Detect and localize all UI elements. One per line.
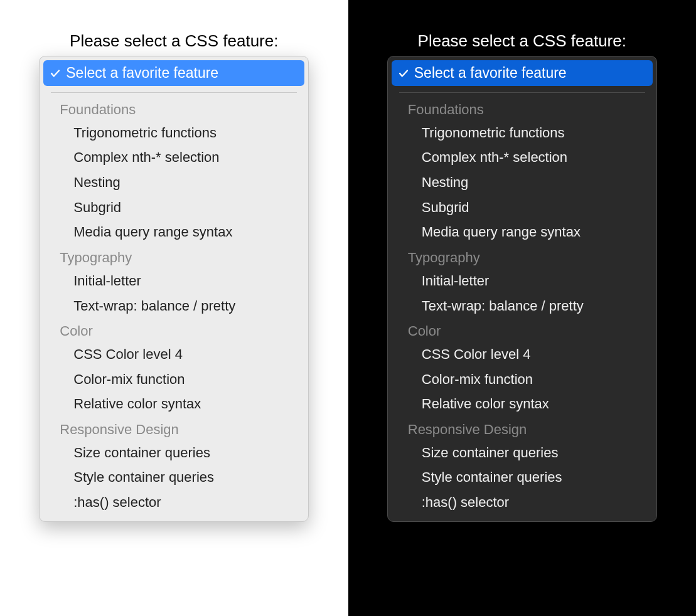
- check-icon: [50, 68, 61, 79]
- select-popup[interactable]: Select a favorite feature FoundationsTri…: [39, 56, 309, 522]
- optgroup-label: Color: [392, 318, 653, 342]
- option-item[interactable]: Subgrid: [392, 195, 653, 220]
- option-item[interactable]: Color-mix function: [43, 367, 304, 392]
- option-item[interactable]: :has() selector: [43, 490, 304, 515]
- optgroup-label: Color: [43, 318, 304, 342]
- option-item[interactable]: Relative color syntax: [43, 391, 304, 417]
- options-container: FoundationsTrigonometric functionsComple…: [43, 97, 304, 515]
- divider: [399, 92, 645, 93]
- selected-option-label: Select a favorite feature: [414, 63, 567, 83]
- option-item[interactable]: Trigonometric functions: [43, 120, 304, 146]
- optgroup-label: Typography: [392, 245, 653, 268]
- prompt-label: Please select a CSS feature:: [70, 31, 278, 51]
- option-item[interactable]: Nesting: [392, 170, 653, 195]
- divider: [51, 92, 297, 93]
- option-item[interactable]: Size container queries: [392, 440, 653, 465]
- selected-option-row[interactable]: Select a favorite feature: [392, 60, 653, 86]
- prompt-label: Please select a CSS feature:: [418, 31, 626, 51]
- option-item[interactable]: Media query range syntax: [43, 220, 304, 245]
- option-item[interactable]: Nesting: [43, 170, 304, 195]
- optgroup-label: Foundations: [43, 97, 304, 120]
- options-container: FoundationsTrigonometric functionsComple…: [392, 97, 653, 515]
- option-item[interactable]: Complex nth-* selection: [392, 145, 653, 170]
- option-item[interactable]: Style container queries: [43, 465, 304, 490]
- option-item[interactable]: Style container queries: [392, 465, 653, 490]
- light-mode-pane: Please select a CSS feature: Select a fa…: [0, 0, 348, 616]
- option-item[interactable]: CSS Color level 4: [392, 342, 653, 367]
- option-item[interactable]: Text-wrap: balance / pretty: [392, 294, 653, 319]
- check-icon: [398, 68, 409, 79]
- optgroup-label: Typography: [43, 245, 304, 268]
- selected-option-label: Select a favorite feature: [66, 63, 218, 83]
- option-item[interactable]: Size container queries: [43, 440, 304, 465]
- option-item[interactable]: Initial-letter: [392, 268, 653, 294]
- option-item[interactable]: Media query range syntax: [392, 220, 653, 245]
- dark-mode-pane: Please select a CSS feature: Select a fa…: [348, 0, 697, 616]
- option-item[interactable]: Initial-letter: [43, 268, 304, 294]
- option-item[interactable]: Complex nth-* selection: [43, 145, 304, 170]
- option-item[interactable]: Text-wrap: balance / pretty: [43, 294, 304, 319]
- option-item[interactable]: :has() selector: [392, 490, 653, 515]
- option-item[interactable]: Color-mix function: [392, 367, 653, 392]
- option-item[interactable]: CSS Color level 4: [43, 342, 304, 367]
- optgroup-label: Responsive Design: [392, 417, 653, 440]
- select-popup[interactable]: Select a favorite feature FoundationsTri…: [387, 56, 657, 522]
- option-item[interactable]: Subgrid: [43, 195, 304, 220]
- option-item[interactable]: Trigonometric functions: [392, 120, 653, 146]
- option-item[interactable]: Relative color syntax: [392, 391, 653, 417]
- selected-option-row[interactable]: Select a favorite feature: [43, 60, 304, 86]
- optgroup-label: Foundations: [392, 97, 653, 120]
- optgroup-label: Responsive Design: [43, 417, 304, 440]
